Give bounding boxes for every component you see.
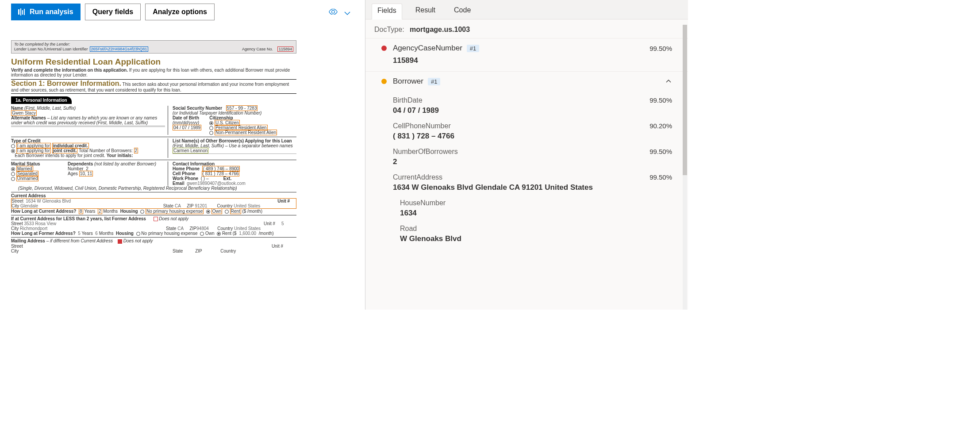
tab-code[interactable]: Code [449,4,476,19]
confidence-pct: 99.50% [649,45,672,52]
svg-rect-2 [22,10,23,15]
document-preview: To be completed by the Lender: Lender Lo… [11,40,296,253]
analyze-options-button[interactable]: Analyze options [145,4,215,20]
svg-rect-1 [20,8,21,15]
doctype-row: DocType: mortgage.us.1003 [365,19,688,38]
loan-id-highlight: 265Fs6fAZ2H4984Gs4f23hQ81 [90,46,149,52]
scrollbar-thumb[interactable] [683,25,687,175]
status-dot-icon [381,79,387,84]
results-tabs: Fields Result Code [365,0,688,19]
tab-fields[interactable]: Fields [372,4,402,19]
field-badge: #1 [467,45,479,52]
agency-case-highlight: 115894 [277,46,293,52]
chevron-up-icon[interactable] [665,77,672,86]
svg-rect-3 [24,9,25,15]
chevron-down-icon[interactable] [343,9,352,18]
tab-result[interactable]: Result [410,4,441,19]
run-icon [18,8,26,15]
field-borrower[interactable]: Borrower #1 [365,71,688,92]
query-fields-button[interactable]: Query fields [85,4,141,20]
field-badge: #1 [428,78,440,85]
visibility-icon[interactable] [329,9,338,18]
run-analysis-button[interactable]: Run analysis [11,4,81,20]
status-dot-icon [381,46,387,51]
doc-title: Uniform Residential Loan Application [11,57,296,67]
svg-rect-0 [18,9,19,15]
field-value: 115894 [393,56,672,65]
field-agency-case-number[interactable]: AgencyCaseNumber #1 99.50% 115894 [365,38,688,71]
scrollbar[interactable] [683,25,687,310]
run-analysis-label: Run analysis [30,8,73,16]
